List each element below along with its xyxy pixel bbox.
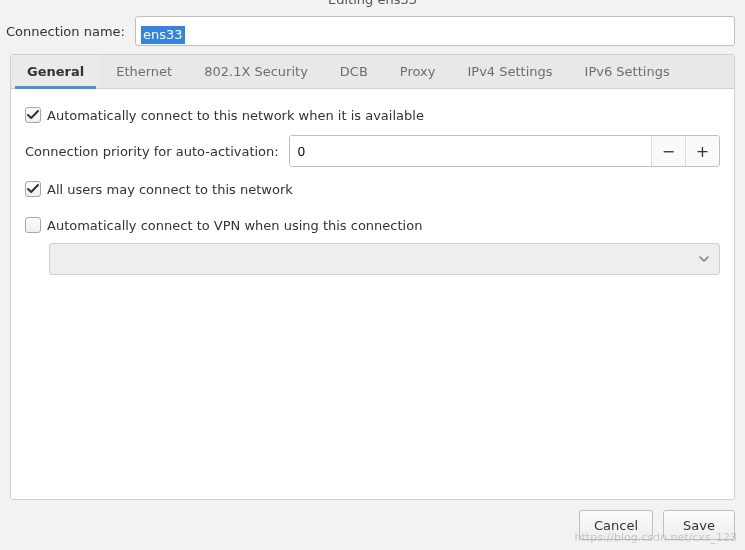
editor-window: Editing ens33 Connection name: ens33 Gen… (0, 0, 745, 550)
window-title: Editing ens33 (0, 0, 745, 10)
tab-ethernet[interactable]: Ethernet (100, 55, 188, 88)
tab-ipv6[interactable]: IPv6 Settings (569, 55, 686, 88)
priority-input[interactable] (290, 136, 651, 166)
dialog-footer: Cancel Save (0, 500, 745, 550)
priority-label: Connection priority for auto-activation: (25, 144, 279, 159)
connection-name-input[interactable] (135, 16, 735, 46)
connection-name-label: Connection name: (6, 24, 125, 39)
minus-icon: − (662, 142, 675, 161)
tab-general[interactable]: General (11, 55, 100, 88)
vpn-auto-row: Automatically connect to VPN when using … (25, 213, 720, 237)
priority-row: Connection priority for auto-activation:… (25, 127, 720, 177)
tabs-frame: General Ethernet 802.1X Security DCB Pro… (10, 54, 735, 500)
autoconnect-row: Automatically connect to this network wh… (25, 103, 720, 127)
plus-icon: + (696, 142, 709, 161)
autoconnect-checkbox[interactable] (25, 107, 41, 123)
vpn-auto-checkbox[interactable] (25, 217, 41, 233)
tab-8021x[interactable]: 802.1X Security (188, 55, 324, 88)
tab-bar: General Ethernet 802.1X Security DCB Pro… (11, 55, 734, 89)
connection-name-row: Connection name: ens33 (0, 10, 745, 54)
vpn-select[interactable] (49, 243, 720, 275)
all-users-checkbox[interactable] (25, 181, 41, 197)
priority-spinbox: − + (289, 135, 720, 167)
priority-increase-button[interactable]: + (685, 136, 719, 166)
priority-decrease-button[interactable]: − (651, 136, 685, 166)
tab-dcb[interactable]: DCB (324, 55, 384, 88)
vpn-auto-label: Automatically connect to VPN when using … (47, 218, 422, 233)
autoconnect-label: Automatically connect to this network wh… (47, 108, 424, 123)
general-panel: Automatically connect to this network wh… (11, 89, 734, 499)
cancel-button[interactable]: Cancel (579, 510, 653, 540)
all-users-row: All users may connect to this network (25, 177, 720, 201)
chevron-down-icon (699, 254, 709, 264)
tab-proxy[interactable]: Proxy (384, 55, 452, 88)
save-button[interactable]: Save (663, 510, 735, 540)
all-users-label: All users may connect to this network (47, 182, 293, 197)
tab-ipv4[interactable]: IPv4 Settings (451, 55, 568, 88)
